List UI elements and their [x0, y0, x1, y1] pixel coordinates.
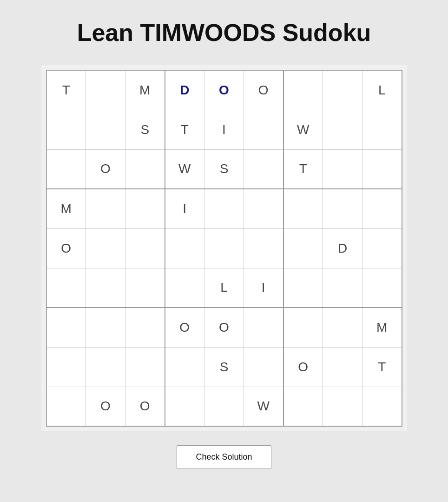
- cell-input[interactable]: [47, 387, 86, 426]
- cell-input[interactable]: [204, 387, 244, 426]
- cell-input[interactable]: [125, 150, 165, 189]
- grid-cell[interactable]: [46, 347, 86, 387]
- grid-cell[interactable]: [204, 189, 244, 228]
- cell-input[interactable]: [284, 308, 323, 347]
- cell-input[interactable]: [284, 268, 323, 308]
- cell-input[interactable]: [125, 189, 165, 228]
- grid-cell[interactable]: [362, 228, 402, 268]
- cell-input[interactable]: [362, 268, 402, 308]
- cell-input[interactable]: [86, 348, 125, 387]
- grid-cell[interactable]: [86, 70, 125, 110]
- cell-input[interactable]: [362, 150, 402, 189]
- grid-cell[interactable]: [125, 347, 165, 387]
- grid-cell[interactable]: [46, 268, 86, 308]
- cell-input[interactable]: [244, 189, 283, 228]
- grid-cell[interactable]: [86, 110, 125, 149]
- grid-cell[interactable]: [323, 110, 362, 149]
- grid-cell[interactable]: [323, 189, 362, 228]
- grid-cell[interactable]: [283, 70, 323, 110]
- cell-input[interactable]: [165, 268, 204, 308]
- cell-input[interactable]: [86, 229, 125, 268]
- cell-input[interactable]: [323, 110, 362, 149]
- grid-cell[interactable]: [244, 149, 283, 189]
- cell-input[interactable]: [125, 229, 165, 268]
- cell-input[interactable]: [86, 308, 125, 347]
- check-solution-button[interactable]: Check Solution: [177, 445, 271, 469]
- grid-cell[interactable]: [323, 308, 362, 347]
- grid-cell[interactable]: [323, 268, 362, 308]
- cell-input[interactable]: [165, 229, 204, 268]
- cell-input[interactable]: [323, 268, 362, 308]
- cell-input[interactable]: [362, 110, 402, 149]
- grid-cell[interactable]: [46, 308, 86, 347]
- cell-input[interactable]: [362, 387, 402, 426]
- cell-input[interactable]: [125, 308, 165, 347]
- grid-cell[interactable]: [46, 387, 86, 426]
- cell-input[interactable]: [284, 189, 323, 228]
- cell-input[interactable]: [125, 348, 165, 387]
- cell-input[interactable]: [323, 189, 362, 228]
- grid-cell[interactable]: [125, 149, 165, 189]
- grid-cell[interactable]: [323, 70, 362, 110]
- grid-cell[interactable]: [362, 110, 402, 149]
- cell-input[interactable]: [86, 110, 125, 149]
- grid-cell[interactable]: [283, 228, 323, 268]
- cell-input[interactable]: [204, 229, 244, 268]
- grid-cell[interactable]: [125, 189, 165, 228]
- grid-cell[interactable]: [323, 387, 362, 426]
- grid-cell[interactable]: [125, 308, 165, 347]
- grid-cell[interactable]: [283, 308, 323, 347]
- grid-cell[interactable]: [125, 268, 165, 308]
- cell-input[interactable]: [47, 110, 86, 149]
- grid-cell[interactable]: [362, 189, 402, 228]
- cell-input[interactable]: [244, 150, 283, 189]
- grid-cell[interactable]: [244, 228, 283, 268]
- grid-cell[interactable]: [283, 268, 323, 308]
- grid-cell[interactable]: [86, 268, 125, 308]
- cell-input[interactable]: [86, 268, 125, 308]
- cell-input[interactable]: [165, 348, 204, 387]
- grid-cell[interactable]: [204, 387, 244, 426]
- grid-cell[interactable]: [46, 110, 86, 149]
- cell-input[interactable]: [244, 308, 283, 347]
- grid-cell[interactable]: [86, 308, 125, 347]
- grid-cell[interactable]: [362, 149, 402, 189]
- grid-cell[interactable]: [244, 189, 283, 228]
- grid-cell[interactable]: [323, 149, 362, 189]
- cell-input[interactable]: [165, 387, 204, 426]
- cell-input[interactable]: [284, 387, 323, 426]
- cell-input[interactable]: [284, 229, 323, 268]
- grid-cell[interactable]: [204, 228, 244, 268]
- cell-input[interactable]: [47, 150, 86, 189]
- grid-cell[interactable]: [362, 387, 402, 426]
- grid-cell[interactable]: [283, 189, 323, 228]
- grid-cell[interactable]: [283, 387, 323, 426]
- cell-input[interactable]: [47, 308, 86, 347]
- cell-input[interactable]: [125, 268, 165, 308]
- cell-input[interactable]: [362, 189, 402, 228]
- cell-input[interactable]: [323, 348, 362, 387]
- grid-cell[interactable]: [165, 347, 204, 387]
- grid-cell[interactable]: [86, 228, 125, 268]
- grid-cell[interactable]: [244, 347, 283, 387]
- grid-cell[interactable]: [46, 149, 86, 189]
- grid-cell[interactable]: [323, 347, 362, 387]
- cell-input[interactable]: [284, 71, 323, 110]
- cell-input[interactable]: [47, 268, 86, 308]
- grid-cell[interactable]: [362, 268, 402, 308]
- cell-input[interactable]: [362, 229, 402, 268]
- grid-cell[interactable]: [86, 347, 125, 387]
- cell-input[interactable]: [244, 348, 283, 387]
- cell-input[interactable]: [323, 308, 362, 347]
- grid-cell[interactable]: [165, 228, 204, 268]
- cell-input[interactable]: [323, 387, 362, 426]
- cell-input[interactable]: [244, 110, 283, 149]
- grid-cell[interactable]: [165, 268, 204, 308]
- cell-input[interactable]: [323, 71, 362, 110]
- grid-cell[interactable]: [165, 387, 204, 426]
- cell-input[interactable]: [86, 71, 125, 110]
- grid-cell[interactable]: [244, 110, 283, 149]
- cell-input[interactable]: [244, 229, 283, 268]
- grid-cell[interactable]: [244, 308, 283, 347]
- cell-input[interactable]: [86, 189, 125, 228]
